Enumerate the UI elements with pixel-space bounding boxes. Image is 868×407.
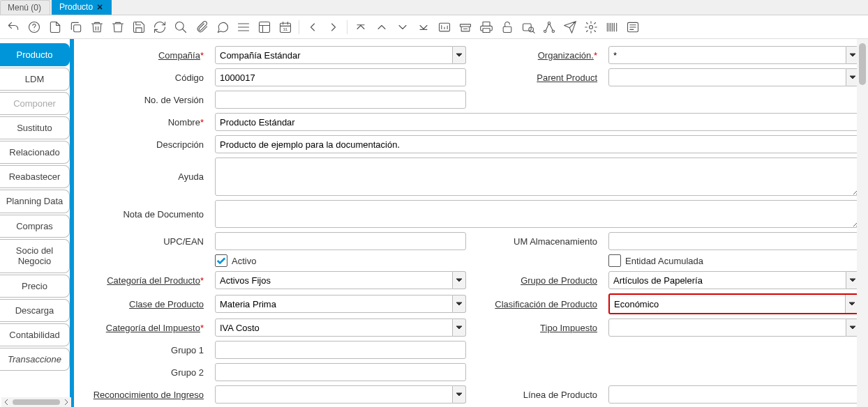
settings-icon[interactable] <box>583 20 599 35</box>
save-icon[interactable] <box>131 20 147 35</box>
workflow-icon[interactable] <box>541 20 557 35</box>
chevron-down-icon[interactable] <box>453 385 466 404</box>
prod-classification-combo[interactable] <box>608 293 860 314</box>
sidebar-item-precio[interactable]: Precio <box>0 275 70 298</box>
chevron-down-icon[interactable] <box>453 295 466 313</box>
sidebar-item-producto[interactable]: Producto <box>0 43 70 66</box>
tab-menu[interactable]: Menú (0) <box>0 0 50 15</box>
chevron-down-icon[interactable] <box>453 271 466 289</box>
sidebar-item-sustituto[interactable]: Sustituto <box>0 116 70 139</box>
tax-type-combo[interactable] <box>608 318 860 337</box>
group2-input[interactable] <box>215 363 466 381</box>
chevron-down-icon[interactable] <box>453 318 466 337</box>
report-icon[interactable] <box>437 20 452 35</box>
sidebar-item-descarga[interactable]: Descarga <box>0 299 70 322</box>
scroll-right-icon[interactable] <box>63 399 70 406</box>
sidebar-item-compras[interactable]: Compras <box>0 215 70 238</box>
parent-product-combo[interactable] <box>608 68 860 86</box>
prod-class-combo[interactable] <box>215 295 466 313</box>
chevron-down-icon[interactable] <box>453 46 466 64</box>
barcode-icon[interactable] <box>604 20 620 35</box>
zoom-icon[interactable] <box>521 20 536 35</box>
entity-acc-checkbox[interactable] <box>608 254 621 267</box>
version-no-input[interactable] <box>215 91 466 109</box>
scrollbar-thumb[interactable] <box>13 399 60 405</box>
nav-prev-icon[interactable] <box>305 20 320 35</box>
sidebar-item-label: Precio <box>22 281 47 291</box>
organization-input[interactable] <box>608 46 846 64</box>
send-icon[interactable] <box>562 20 578 35</box>
svg-text:31: 31 <box>283 27 287 31</box>
print-icon[interactable] <box>479 20 494 35</box>
sidebar-item-componer[interactable]: Componer <box>0 92 70 115</box>
product-line-input[interactable] <box>608 385 860 404</box>
company-input[interactable] <box>215 46 453 64</box>
sidebar-item-relacionado[interactable]: Relacionado <box>0 141 70 164</box>
label-group1: Grupo 1 <box>88 345 207 355</box>
delete-line-icon[interactable] <box>89 20 105 35</box>
upc-input[interactable] <box>215 232 466 250</box>
prod-classification-input[interactable] <box>610 295 845 313</box>
lock-icon[interactable] <box>500 20 515 35</box>
toolbar-separator <box>347 20 347 34</box>
sidebar-item-socio-negocio[interactable]: Socio del Negocio <box>0 239 70 273</box>
doc-note-textarea[interactable] <box>215 200 860 228</box>
nav-first-icon[interactable] <box>353 20 368 35</box>
undo-icon[interactable] <box>6 20 21 35</box>
date-icon[interactable]: 31 <box>278 20 293 35</box>
help-icon[interactable] <box>27 20 42 35</box>
label-name: Nombre* <box>88 117 207 128</box>
revenue-recognition-input[interactable] <box>215 385 453 404</box>
attach-icon[interactable] <box>194 20 209 35</box>
help-textarea[interactable] <box>215 158 860 196</box>
new-icon[interactable] <box>47 20 63 35</box>
tax-category-input[interactable] <box>215 318 453 337</box>
label-help: Ayuda <box>88 171 207 182</box>
prod-group-combo[interactable] <box>608 271 860 289</box>
name-input[interactable] <box>215 113 860 131</box>
nav-up-icon[interactable] <box>374 20 389 35</box>
nav-down-icon[interactable] <box>395 20 410 35</box>
active-checkbox[interactable] <box>215 254 227 267</box>
parent-product-input[interactable] <box>608 68 846 86</box>
multi-icon[interactable] <box>236 20 251 35</box>
sidebar-item-contabilidad[interactable]: Contabilidad <box>0 323 70 346</box>
label-prod-group: Grupo de Producto <box>474 275 600 286</box>
copy-icon[interactable] <box>68 20 84 35</box>
sidebar-item-reabastecer[interactable]: Reabastecer <box>0 165 70 188</box>
scrollbar-thumb[interactable] <box>859 43 866 85</box>
sidebar-item-transacciones[interactable]: Transaccione <box>0 348 70 371</box>
description-input[interactable] <box>215 135 860 153</box>
company-combo[interactable] <box>215 46 466 64</box>
nav-last-icon[interactable] <box>416 20 431 35</box>
horizontal-scrollbar[interactable] <box>1 397 71 407</box>
nav-next-icon[interactable] <box>326 20 341 35</box>
form-icon[interactable] <box>257 20 272 35</box>
scroll-left-icon[interactable] <box>3 399 10 406</box>
find-icon[interactable] <box>173 20 188 35</box>
prod-category-input[interactable] <box>215 271 453 289</box>
entity-acc-checkbox-row[interactable]: Entidad Acumulada <box>608 254 860 267</box>
active-checkbox-row[interactable]: Activo <box>215 254 466 267</box>
prod-group-input[interactable] <box>608 271 846 289</box>
tab-producto[interactable]: Producto × <box>52 0 112 15</box>
refresh-icon[interactable] <box>152 20 167 35</box>
chat-icon[interactable] <box>215 20 230 35</box>
group1-input[interactable] <box>215 341 466 359</box>
tax-type-input[interactable] <box>608 318 846 337</box>
code-input[interactable] <box>215 68 466 86</box>
archive-icon[interactable] <box>458 20 473 35</box>
prod-class-input[interactable] <box>215 295 453 313</box>
close-icon[interactable]: × <box>97 1 103 13</box>
revenue-recognition-combo[interactable] <box>215 385 466 404</box>
organization-combo[interactable] <box>608 46 860 64</box>
sidebar-item-planning-data[interactable]: Planning Data <box>0 190 70 213</box>
prod-category-combo[interactable] <box>215 271 466 289</box>
tax-category-combo[interactable] <box>215 318 466 337</box>
label-code: Código <box>88 72 207 83</box>
vertical-scrollbar[interactable] <box>857 39 868 407</box>
account-icon[interactable] <box>625 20 641 35</box>
sidebar-item-ldm[interactable]: LDM <box>0 68 70 91</box>
um-storage-input[interactable] <box>608 232 860 250</box>
delete-icon[interactable] <box>110 20 126 35</box>
